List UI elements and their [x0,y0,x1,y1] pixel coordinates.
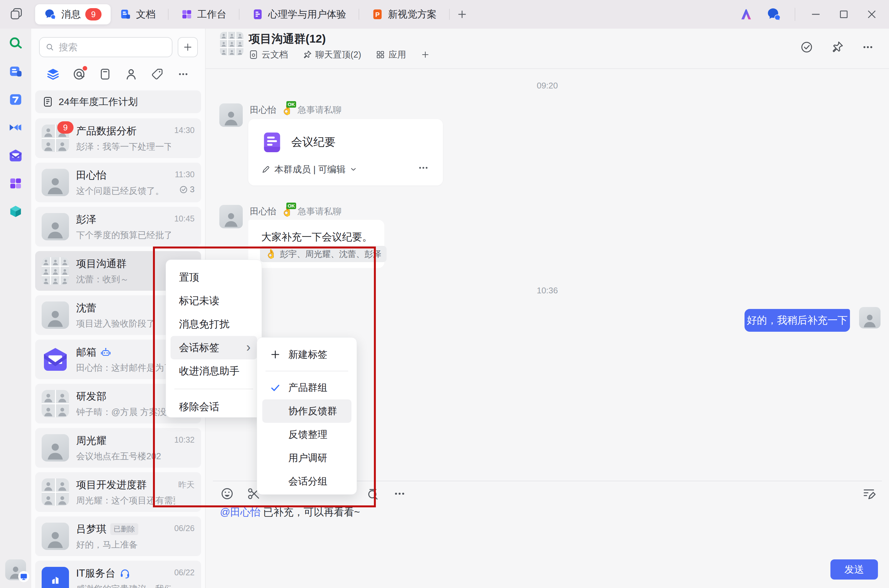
plus-icon [420,50,430,60]
chat-filter-bar [45,66,191,82]
rail-search-icon[interactable] [8,36,23,51]
chat-item[interactable]: 彭泽下个季度的预算已经批了10:45 [35,207,201,246]
app-window: 消息9文档工作台心理学与用户体验P新视觉方案 [0,0,889,588]
chat-avatar [42,346,69,373]
rail-mail-icon[interactable] [8,148,23,163]
search-field[interactable] [58,42,166,53]
submenu-item-会话分组[interactable]: 会话分组 [262,470,351,493]
messenger-logo-icon[interactable] [767,7,782,22]
add-tool-button[interactable] [420,50,430,60]
workspace-switcher-icon[interactable] [9,6,24,22]
deleted-tag: 已删除 [110,523,138,535]
own-avatar[interactable] [859,307,880,328]
chat-name: 沈蕾 [76,301,96,315]
chat-item[interactable]: 9产品数据分析彭泽：我等一下处理一下14:30 [35,118,201,158]
filter-contacts-icon[interactable] [124,67,139,82]
sender-status-text: 急事请私聊 [297,206,341,217]
own-avatar-photo [859,307,880,328]
pinned-doc-item[interactable]: 24年年度工作计划 [35,90,201,113]
chat-name: 项目开发进度群 [76,478,147,492]
filter-drafts-icon[interactable] [98,67,113,82]
user-avatar[interactable] [5,560,26,580]
menu-item-标记未读[interactable]: 标记未读 [171,289,257,312]
tab-workbench[interactable]: 工作台 [172,4,236,24]
status-ok-chip: OK [286,101,296,108]
submenu-item-label: 产品群组 [288,381,327,394]
filter-tags-icon[interactable] [150,67,165,82]
read-check-icon [179,185,188,194]
sender-avatar[interactable] [219,205,243,228]
submenu-item-产品群组[interactable]: 产品群组 [262,376,351,399]
minimize-button[interactable] [808,7,823,22]
submenu-item-label: 协作反馈群 [288,405,337,418]
format-icon[interactable] [862,486,877,502]
sender-avatar[interactable] [219,104,243,127]
tab-messages[interactable]: 消息9 [35,4,111,24]
close-button[interactable] [864,7,879,22]
message-text: 大家补充一下会议纪要。 [261,230,372,244]
emoji-icon[interactable] [220,486,234,501]
doc-share-card[interactable]: 会议纪要 本群成员 | 可编辑 [248,119,443,185]
submenu-item-反馈整理[interactable]: 反馈整理 [262,423,351,446]
tab-divider [168,9,168,20]
chat-time: 06/26 [174,524,195,533]
cloud-docs-button[interactable]: 云文档 [249,49,288,60]
chat-preview: 周光耀：这个项目还有需要协助的… [76,495,175,506]
menu-item-置顶[interactable]: 置顶 [171,266,257,289]
chat-pins-button[interactable]: 聊天置顶(2) [302,49,361,60]
message-input[interactable]: @田心怡 已补充，可以再看看~ [220,505,810,520]
more-actions-icon[interactable] [861,40,875,54]
send-button[interactable]: 发送 [830,560,878,579]
tab-label: 工作台 [197,8,227,21]
rail-calendar-icon[interactable] [8,92,23,107]
group-avatar-cell [220,40,227,47]
chat-item[interactable]: 周光耀会议地点在五号楼20210:32 [35,428,201,468]
rail-docs-icon[interactable] [8,64,23,80]
submenu-item-协作反馈群[interactable]: 协作反馈群 [262,399,351,423]
menu-item-收进消息助手[interactable]: 收进消息助手 [171,359,257,383]
doc-permission-dropdown[interactable]: 本群成员 | 可编辑 [261,163,357,176]
submenu-item-用户调研[interactable]: 用户调研 [262,446,351,470]
menu-item-移除会话[interactable]: 移除会话 [171,395,257,418]
chat-item[interactable]: IT服务台感谢您的宝贵建议，我们将继续努力06/22 [35,561,201,588]
filter-all-chats-icon[interactable] [45,67,60,82]
chat-item[interactable]: 田心怡这个问题已经反馈了。11:303 [35,163,201,202]
rail-cube-icon[interactable] [8,204,23,219]
doc-permission-label: 本群成员 | 可编辑 [274,163,345,176]
group-avatar[interactable] [220,32,243,55]
more-tools-icon[interactable] [392,486,407,501]
doc-card-more-icon[interactable] [417,161,430,174]
menu-item-消息免打扰[interactable]: 消息免打扰 [171,312,257,336]
tab-docs[interactable]: 文档 [111,4,165,24]
tab-psych-doc[interactable]: 心理学与用户体验 [243,4,355,24]
pin-icon [302,50,312,60]
tag-submenu: 新建标签产品群组协作反馈群反馈整理用户调研会话分组 [257,337,357,495]
chat-name: 研发部 [76,390,107,403]
todo-check-icon[interactable] [800,40,814,54]
chat-time: 昨天 [178,479,195,490]
new-tab-button[interactable] [453,5,471,23]
tab-label: 新视觉方案 [388,8,437,21]
search-input[interactable] [39,37,173,57]
message-composer: @田心怡 已补充，可以再看看~ 发送 [213,481,882,588]
rail-video-icon[interactable] [8,120,23,135]
apps-button[interactable]: 应用 [375,49,406,60]
chat-item[interactable]: 项目开发进度群周光耀：这个项目还有需要协助的…昨天 [35,472,201,512]
submenu-create-tag[interactable]: 新建标签 [262,343,351,366]
reaction-pill[interactable]: 👌 彭宇、周光耀、沈蕾、彭泽 [260,246,387,262]
tab-visual-ppt[interactable]: P新视觉方案 [362,4,446,24]
assistant-logo-icon[interactable] [739,7,754,22]
filter-mentions-icon[interactable] [72,67,87,82]
create-chat-button[interactable] [178,37,198,57]
chat-preview: 下个季度的预算已经批了 [76,229,171,241]
pin-sidebar-icon[interactable] [830,40,844,54]
pinned-doc-label: 24年年度工作计划 [59,95,138,109]
doc-file-icon [261,131,283,152]
filter-more-icon[interactable] [176,67,191,82]
group-avatar-cell [42,124,55,138]
chat-item[interactable]: 吕梦琪已删除好的，马上准备06/26 [35,516,201,556]
buzz-icon[interactable] [366,486,380,501]
maximize-button[interactable] [836,7,851,22]
rail-workplace-icon[interactable] [8,176,23,191]
menu-item-会话标签[interactable]: 会话标签› [171,336,257,359]
